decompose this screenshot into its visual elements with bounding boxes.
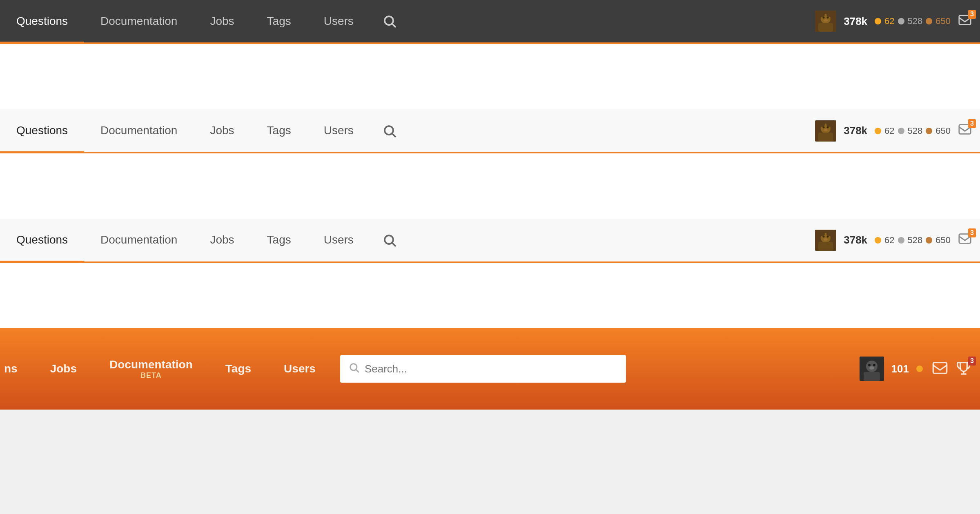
svg-line-23 [392,243,396,246]
orange-search-wrapper [340,355,626,383]
light2-right-section: 378k 62 528 650 3 [815,230,980,251]
light1-silver-dot-icon [898,128,904,134]
orange-nav-users[interactable]: Users [267,328,332,410]
orange-nav-items: ns Jobs Documentation BETA Tags Users [0,328,332,410]
light1-gold-count: 62 [884,126,894,136]
svg-point-17 [824,129,828,131]
bronze-dot-icon [926,18,932,24]
light2-nav-jobs[interactable]: Jobs [194,219,250,262]
gold-count: 62 [884,16,894,27]
bronze-count: 650 [935,16,951,27]
spacer-3 [0,263,980,328]
light2-search-button[interactable] [370,233,409,248]
dark-nav-questions[interactable]: Questions [0,1,84,43]
light1-search-button[interactable] [370,124,409,138]
light2-nav-items: Questions Documentation Jobs Tags Users [0,219,409,261]
orange-search-input[interactable] [365,363,618,375]
dark-nav-documentation[interactable]: Documentation [84,1,194,43]
light2-reputation: 378k [844,234,867,246]
spacer-2 [0,153,980,219]
dark-gold-badge: 62 [875,16,894,27]
svg-point-11 [385,126,393,135]
light1-nav-users[interactable]: Users [307,110,370,153]
dark-inbox[interactable]: 3 [958,13,972,30]
svg-point-20 [826,122,831,127]
orange-gold-dot-icon [916,366,923,372]
light2-inbox[interactable]: 3 [958,232,972,248]
silver-count: 528 [908,16,923,27]
dark-bronze-badge: 650 [926,16,951,27]
light1-avatar[interactable] [815,120,836,142]
light1-bronze-badge: 650 [926,126,951,136]
light2-nav-users[interactable]: Users [307,219,370,262]
svg-point-37 [868,364,871,366]
light1-notification-count: 3 [968,119,976,128]
notification-count: 3 [968,10,976,19]
svg-point-9 [826,12,831,17]
dark-reputation: 378k [844,15,867,28]
light1-right-section: 378k 62 528 650 3 [815,120,980,142]
dark-nav-items: Questions Documentation Jobs Tags Users [0,0,409,42]
navbar-dark: Questions Documentation Jobs Tags Users [0,0,980,44]
svg-point-28 [824,238,828,241]
orange-avatar[interactable] [860,357,884,381]
light1-nav-items: Questions Documentation Jobs Tags Users [0,109,409,152]
svg-rect-7 [818,23,833,32]
svg-point-8 [820,12,825,17]
svg-rect-18 [818,133,833,142]
orange-gold-badge [916,366,924,372]
light1-nav-documentation[interactable]: Documentation [84,110,194,153]
light2-bronze-dot-icon [926,237,932,244]
dark-search-button[interactable] [370,14,409,29]
light2-bronze-count: 650 [935,235,951,246]
light2-bronze-badge: 650 [926,235,951,246]
svg-rect-40 [864,372,880,381]
light1-reputation: 378k [844,124,867,137]
svg-line-34 [356,370,359,372]
light2-gold-count: 62 [884,235,894,246]
orange-reputation: 101 [891,363,909,375]
light2-notification-count: 3 [968,228,976,237]
light2-silver-count: 528 [908,235,923,246]
orange-trophy[interactable]: 3 [956,360,972,378]
orange-inbox[interactable] [932,360,948,378]
gold-dot-icon [875,18,881,24]
light2-silver-badge: 528 [898,235,923,246]
dark-nav-tags[interactable]: Tags [251,1,307,43]
orange-notif-count: 3 [968,357,976,366]
orange-nav-documentation[interactable]: Documentation BETA [93,328,209,410]
svg-point-30 [820,231,825,236]
orange-nav-questions-partial[interactable]: ns [0,328,34,410]
svg-point-0 [385,16,393,25]
orange-right-section: 101 3 [860,357,980,381]
light1-nav-tags[interactable]: Tags [251,110,307,153]
svg-rect-29 [818,242,833,251]
orange-inbox-icon [932,360,948,378]
light2-badges: 62 528 650 [875,235,951,246]
svg-line-1 [392,24,396,27]
documentation-beta-group: Documentation BETA [109,358,193,380]
svg-line-12 [392,133,396,137]
light1-nav-questions[interactable]: Questions [0,110,84,153]
navbar-light-1: Questions Documentation Jobs Tags Users [0,109,980,153]
dark-nav-users[interactable]: Users [307,1,370,43]
orange-nav-tags[interactable]: Tags [209,328,267,410]
orange-nav-jobs[interactable]: Jobs [34,328,93,410]
dark-nav-jobs[interactable]: Jobs [194,1,250,43]
dark-avatar[interactable] [815,11,836,32]
light2-nav-questions[interactable]: Questions [0,219,84,262]
orange-search-icon [348,362,360,376]
light1-gold-dot-icon [875,128,881,134]
svg-point-31 [826,231,831,236]
orange-search-box [340,355,626,383]
silver-dot-icon [898,18,904,24]
light2-nav-tags[interactable]: Tags [251,219,307,262]
navbar-orange: ns Jobs Documentation BETA Tags Users [0,328,980,410]
dark-silver-badge: 528 [898,16,923,27]
light1-nav-jobs[interactable]: Jobs [194,110,250,153]
light2-nav-documentation[interactable]: Documentation [84,219,194,262]
dark-right-section: 378k 62 528 650 3 [815,11,980,32]
light1-inbox[interactable]: 3 [958,122,972,139]
svg-point-39 [869,366,874,370]
light2-avatar[interactable] [815,230,836,251]
